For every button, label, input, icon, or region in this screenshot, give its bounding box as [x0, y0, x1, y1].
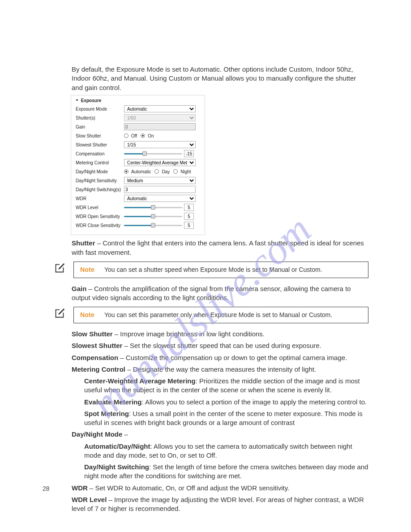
- term-shutter: Shutter: [72, 239, 95, 247]
- exposure-panel: Exposure Exposure Mode Automatic Shutter…: [71, 95, 205, 236]
- pencil-note-icon: [53, 307, 66, 320]
- text-shutter: – Control the light that enters into the…: [72, 239, 364, 256]
- radio-label-day: Day: [162, 169, 170, 175]
- input-compensation[interactable]: [184, 150, 194, 157]
- note-text-1: You can set a shutter speed when Exposur…: [104, 266, 322, 273]
- term-metering: Metering Control: [72, 365, 125, 373]
- term-slowest-shutter: Slowest Shutter: [72, 342, 122, 349]
- text-metering: – Designate the way the camera measures …: [125, 365, 316, 373]
- def-slowest-shutter: Slowest Shutter – Set the slowest shutte…: [72, 341, 368, 350]
- label-daynight-sens: Day/Night Sensitivity: [76, 178, 124, 184]
- row-daynight-switch: Day/Night Switching(s): [76, 185, 200, 193]
- slider-wdr-level[interactable]: [124, 205, 182, 210]
- row-slow-shutter: Slow Shutter Off On: [76, 132, 200, 140]
- label-compensation: Compensation: [76, 151, 124, 157]
- label-wdr-level: WDR Level: [76, 205, 124, 211]
- select-wdr[interactable]: Automatic: [124, 195, 196, 202]
- page-content: By default, the Exposure Mode is set to …: [0, 0, 411, 513]
- def-gain: Gain – Controls the amplification of the…: [72, 284, 368, 303]
- row-wdr-open: WDR Open Sensitivity: [76, 212, 200, 220]
- select-exposure-mode[interactable]: Automatic: [124, 105, 196, 112]
- pencil-note-icon: [53, 262, 66, 275]
- term-eval: Evaluate Metering: [84, 398, 141, 406]
- radio-dn-day[interactable]: [154, 169, 159, 174]
- text-slow-shutter: – Improve image brightness in low light …: [113, 330, 265, 338]
- row-exposure-mode: Exposure Mode Automatic: [76, 105, 200, 113]
- label-slowest-shutter: Slowest Shutter: [76, 142, 124, 148]
- radio-dn-night[interactable]: [173, 169, 178, 174]
- term-dn-switch: Day/Night Switching: [84, 463, 149, 471]
- def-auto-dn: Automatic/Day/Night: Allows you to set t…: [84, 442, 368, 460]
- radio-label-off: Off: [131, 133, 137, 139]
- def-daynight: Day/Night Mode –: [72, 430, 368, 439]
- text-eval: : Allows you to select a portion of the …: [141, 398, 367, 406]
- note-1: NoteYou can set a shutter speed when Exp…: [53, 262, 368, 278]
- term-cwam: Center-Weighted Average Metering: [84, 377, 196, 385]
- input-daynight-switch[interactable]: [124, 186, 196, 193]
- radio-slow-shutter-on[interactable]: [141, 133, 145, 138]
- label-shutter: Shutter(s): [76, 115, 124, 121]
- panel-legend: Exposure: [76, 98, 200, 104]
- def-dn-switch: Day/Night Switching: Set the length of t…: [84, 463, 368, 481]
- term-auto-dn: Automatic/Day/Night: [84, 442, 150, 450]
- slider-wdr-close[interactable]: [124, 223, 182, 228]
- select-slowest-shutter[interactable]: 1/15: [124, 141, 196, 148]
- note-text-2: You can set this parameter only when Exp…: [104, 311, 332, 318]
- input-wdr-level[interactable]: [184, 204, 194, 211]
- text-wdr: – Set WDR to Automatic, On, or Off and a…: [88, 484, 289, 492]
- def-wdr-level: WDR Level – Improve the image by adjusti…: [72, 495, 368, 514]
- row-shutter: Shutter(s) 1/60: [76, 114, 200, 122]
- def-eval: Evaluate Metering: Allows you to select …: [84, 398, 368, 407]
- def-metering: Metering Control – Designate the way the…: [72, 365, 368, 374]
- text-slowest-shutter: – Set the slowest shutter speed that can…: [122, 342, 321, 349]
- label-wdr: WDR: [76, 196, 124, 202]
- text-gain: – Controls the amplification of the sign…: [72, 285, 351, 301]
- label-metering: Metering Control: [76, 160, 124, 166]
- select-metering[interactable]: Center-Weighted Average Metering: [124, 159, 196, 166]
- note-label-1: Note: [80, 266, 94, 273]
- note-label-2: Note: [80, 311, 94, 318]
- note-box-1: NoteYou can set a shutter speed when Exp…: [73, 262, 368, 278]
- row-slowest-shutter: Slowest Shutter 1/15: [76, 141, 200, 149]
- input-wdr-open[interactable]: [184, 213, 194, 220]
- row-metering: Metering Control Center-Weighted Average…: [76, 159, 200, 167]
- label-wdr-close: WDR Close Sensitivity: [76, 223, 124, 229]
- term-daynight: Day/Night Mode: [72, 430, 122, 438]
- text-wdr-level: – Improve the image by adjusting the WDR…: [72, 496, 364, 512]
- row-gain: Gain: [76, 123, 200, 131]
- radio-dn-auto[interactable]: [124, 169, 128, 174]
- radio-slow-shutter-off[interactable]: [124, 133, 128, 138]
- row-wdr: WDR Automatic: [76, 194, 200, 202]
- label-daynight-mode: Day/Night Mode: [76, 169, 124, 175]
- def-shutter: Shutter – Control the light that enters …: [72, 239, 368, 257]
- text-daynight: –: [122, 430, 128, 438]
- row-compensation: Compensation: [76, 150, 200, 158]
- intro-paragraph: By default, the Exposure Mode is set to …: [72, 65, 368, 92]
- label-gain: Gain: [76, 124, 124, 130]
- row-daynight-sens: Day/Night Sensitivity Medium: [76, 176, 200, 184]
- input-gain: [124, 123, 196, 130]
- slider-wdr-open[interactable]: [124, 214, 182, 219]
- input-wdr-close[interactable]: [184, 222, 194, 229]
- note-2: NoteYou can set this parameter only when…: [53, 307, 368, 323]
- label-daynight-switch: Day/Night Switching(s): [76, 187, 124, 193]
- row-wdr-level: WDR Level: [76, 203, 200, 211]
- text-compensation: – Customize the compensation up or down …: [118, 354, 347, 361]
- row-wdr-close: WDR Close Sensitivity: [76, 221, 200, 229]
- radio-label-on: On: [148, 133, 154, 139]
- def-wdr: WDR – Set WDR to Automatic, On, or Off a…: [72, 484, 368, 493]
- term-spot: Spot Metering: [84, 410, 129, 417]
- term-gain: Gain: [72, 285, 86, 292]
- def-slow-shutter: Slow Shutter – Improve image brightness …: [72, 330, 368, 339]
- collapse-icon[interactable]: [76, 99, 78, 101]
- term-slow-shutter: Slow Shutter: [72, 330, 113, 338]
- select-daynight-sens[interactable]: Medium: [124, 177, 196, 184]
- slider-compensation[interactable]: [124, 151, 182, 156]
- term-wdr-level: WDR Level: [72, 496, 107, 503]
- select-shutter: 1/60: [124, 114, 196, 121]
- radio-label-night: Night: [180, 169, 191, 175]
- def-spot: Spot Metering: Uses a small point in the…: [84, 409, 368, 428]
- label-wdr-open: WDR Open Sensitivity: [76, 214, 124, 220]
- panel-legend-text: Exposure: [81, 98, 102, 103]
- label-slow-shutter: Slow Shutter: [76, 133, 124, 139]
